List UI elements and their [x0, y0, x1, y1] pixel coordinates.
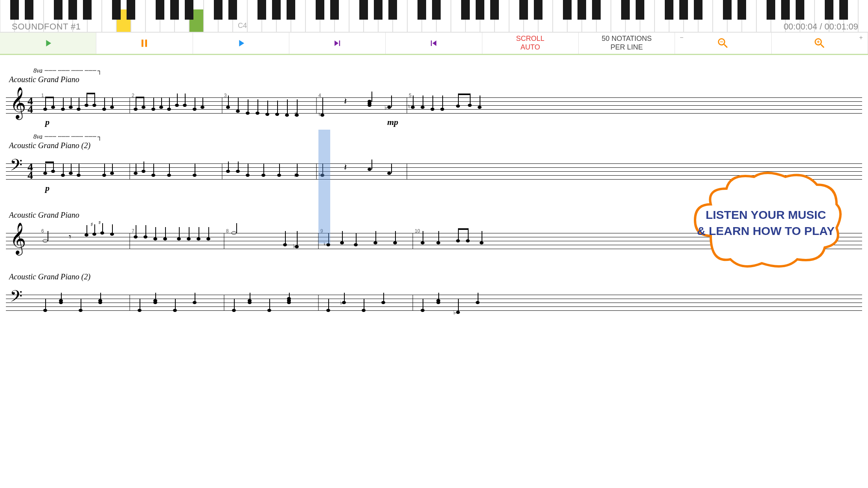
bass-clef-icon: 𝄢: [10, 288, 22, 308]
svg-rect-96: [79, 163, 79, 175]
piano-black-key[interactable]: [272, 0, 281, 20]
piano-black-key[interactable]: [374, 0, 383, 20]
piano-black-key[interactable]: [476, 0, 484, 20]
svg-point-181: [373, 241, 377, 244]
svg-point-235: [362, 309, 366, 312]
svg-point-34: [183, 104, 187, 107]
treble-staff-1: 𝄞 44 1 2 3 4 5: [6, 86, 862, 125]
svg-rect-234: [364, 299, 364, 310]
svg-point-157: [163, 237, 167, 240]
piano-black-key[interactable]: [214, 0, 223, 20]
piano-black-key[interactable]: [127, 0, 135, 20]
svg-point-95: [69, 172, 73, 175]
piano-black-key[interactable]: [839, 0, 848, 20]
piano-black-key[interactable]: [68, 0, 77, 20]
svg-point-52: [285, 114, 289, 117]
piano-black-key[interactable]: [679, 0, 688, 20]
svg-point-8: [69, 106, 73, 109]
svg-point-97: [77, 174, 81, 177]
piano-black-key[interactable]: [563, 0, 572, 20]
svg-point-215: [173, 309, 177, 312]
piano-black-key[interactable]: [694, 0, 702, 20]
piano-keyboard[interactable]: SOUNDFONT #1 C4 00:00:04 / 00:01:09: [0, 0, 868, 32]
svg-rect-160: [189, 227, 189, 239]
piano-black-key[interactable]: [316, 0, 324, 20]
svg-point-149: [110, 233, 114, 236]
piano-black-key[interactable]: [665, 0, 673, 20]
svg-rect-152: [145, 225, 146, 237]
piano-black-key[interactable]: [257, 0, 266, 20]
piano-black-key[interactable]: [723, 0, 732, 20]
piano-black-key[interactable]: [287, 0, 295, 20]
piano-black-key[interactable]: [388, 0, 397, 20]
svg-point-230: [326, 309, 330, 312]
svg-rect-243: [458, 299, 459, 312]
svg-point-239: [421, 309, 425, 312]
piano-black-key[interactable]: [592, 0, 601, 20]
play-button[interactable]: [0, 33, 96, 54]
svg-point-208: [98, 299, 102, 302]
svg-rect-56: [322, 97, 323, 115]
svg-rect-116: [248, 163, 248, 175]
piano-black-key[interactable]: [519, 0, 528, 20]
piano-black-key[interactable]: [490, 0, 499, 20]
piano-black-key[interactable]: [112, 0, 121, 20]
svg-rect-43: [248, 99, 248, 113]
bass-clef-icon: 𝄢: [10, 157, 22, 177]
piano-black-key[interactable]: [185, 0, 193, 20]
staff-label-2: Acoustic Grand Piano (2): [9, 141, 862, 150]
svg-rect-31: [177, 94, 178, 105]
svg-point-121: [277, 174, 281, 177]
svg-rect-229: [328, 299, 329, 310]
scroll-mode-button[interactable]: SCROLL AUTO: [482, 33, 579, 54]
piano-black-key[interactable]: [54, 0, 63, 20]
piano-black-key[interactable]: [461, 0, 470, 20]
svg-point-177: [340, 241, 344, 244]
piano-black-key[interactable]: [10, 0, 19, 20]
piano-black-key[interactable]: [577, 0, 586, 20]
svg-point-14: [92, 104, 96, 107]
piano-black-key[interactable]: [767, 0, 775, 20]
previous-button[interactable]: [386, 33, 482, 54]
pause-button[interactable]: [96, 33, 193, 54]
score-area[interactable]: 8va ┄┄┄ ┄┄┄ ┄┄┄ ┄┄┄ ┐ Acoustic Grand Pia…: [0, 55, 868, 487]
zoom-in-button[interactable]: +: [772, 33, 868, 54]
svg-text:𝄾: 𝄾: [69, 235, 71, 239]
svg-point-1: [43, 108, 47, 111]
svg-point-187: [436, 241, 440, 244]
svg-rect-168: [285, 231, 286, 245]
piano-black-key[interactable]: [621, 0, 630, 20]
piano-black-key[interactable]: [417, 0, 426, 20]
next-button[interactable]: [289, 33, 386, 54]
piano-black-key[interactable]: [228, 0, 237, 20]
svg-rect-49: [277, 101, 278, 114]
svg-rect-61: [371, 92, 372, 101]
piano-black-key[interactable]: [83, 0, 92, 20]
svg-point-151: [134, 235, 138, 238]
piano-black-key[interactable]: [330, 0, 339, 20]
play-alt-button[interactable]: [193, 33, 289, 54]
piano-black-key[interactable]: [156, 0, 164, 20]
piano-black-key[interactable]: [534, 0, 542, 20]
piano-black-key[interactable]: [825, 0, 833, 20]
svg-point-10: [77, 108, 81, 111]
svg-rect-188: [458, 229, 459, 241]
piano-black-key[interactable]: [636, 0, 644, 20]
notations-button[interactable]: 50 NOTATIONS PER LINE: [579, 33, 675, 54]
zoom-out-button[interactable]: −: [675, 33, 771, 54]
svg-rect-180: [375, 231, 376, 243]
svg-point-213: [153, 299, 157, 302]
piano-black-key[interactable]: [25, 0, 33, 20]
piano-black-key[interactable]: [170, 0, 179, 20]
svg-point-23: [142, 106, 145, 109]
piano-black-key[interactable]: [796, 0, 804, 20]
svg-rect-81: [480, 95, 480, 107]
piano-black-key[interactable]: [737, 0, 746, 20]
svg-point-189: [456, 239, 460, 242]
svg-point-48: [265, 113, 269, 116]
piano-black-key[interactable]: [359, 0, 368, 20]
piano-black-key[interactable]: [781, 0, 790, 20]
piano-black-key[interactable]: [432, 0, 441, 20]
svg-rect-238: [423, 299, 423, 310]
piano-white-key[interactable]: [858, 0, 868, 32]
